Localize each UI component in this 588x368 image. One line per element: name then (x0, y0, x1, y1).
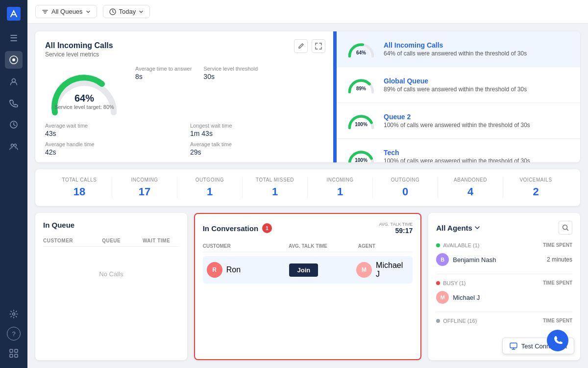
bottom-section: In Queue CUSTOMER QUEUE WAIT TIME No Cal… (35, 213, 580, 360)
topbar: All Queues Today (27, 0, 588, 24)
longest-wait-metric: Longest wait time 1m 43s (190, 123, 323, 137)
sidebar: ☰ ? (0, 0, 27, 368)
stat-item: TOTAL MISSED 1 (243, 177, 308, 198)
monitor-icon (510, 342, 517, 350)
sidebar-item-help[interactable]: ? (7, 327, 21, 341)
busy-dot (436, 281, 440, 285)
sidebar-item-settings[interactable] (5, 305, 23, 323)
queue-selector[interactable]: All Queues (35, 5, 97, 18)
avg-talk-label: Average talk time (190, 141, 323, 147)
svg-text:64%: 64% (356, 50, 366, 55)
mini-gauge-svg: 89% (346, 75, 376, 95)
convo-table-header: CUSTOMER AVG. TALK TIME AGENT (203, 240, 413, 252)
agent-avatar: M (436, 291, 449, 304)
stat-value: 17 (116, 185, 173, 198)
edit-button[interactable] (294, 39, 308, 53)
queue-list-item[interactable]: 89% Global Queue 89% of calls were answe… (337, 67, 580, 103)
stat-item: INCOMING 17 (112, 177, 177, 198)
sidebar-item-calls[interactable] (5, 94, 23, 112)
sidebar-item-dashboard[interactable] (5, 51, 23, 69)
threshold-metric: Service level threshold 30s (203, 66, 260, 80)
in-conversation-card: In Conversation 1 AVG. TALK TIME 59:17 C… (194, 213, 422, 360)
sidebar-item-contacts[interactable] (5, 73, 23, 90)
call-button[interactable] (547, 330, 568, 351)
avg-time-metric: Average time to answer 8s (135, 66, 192, 80)
agent-avatar: B (436, 253, 449, 266)
queue-info: All Incoming Calls 64% of calls were ans… (384, 41, 527, 57)
svg-point-7 (13, 313, 15, 315)
stat-item: ABANDONED 4 (438, 177, 503, 198)
queue-description: 64% of calls were answered within the th… (384, 50, 527, 57)
sidebar-item-apps[interactable] (5, 344, 23, 362)
expand-button[interactable] (312, 39, 325, 53)
stat-label: TOTAL CALLS (51, 177, 108, 183)
stat-item: OUTGOING 0 (373, 177, 438, 198)
queue-description: 100% of calls were answered within the t… (384, 122, 530, 129)
convo-header: In Conversation 1 AVG. TALK TIME 59:17 (203, 222, 413, 235)
avg-talk-metric: Average talk time 29s (190, 141, 323, 156)
agent-avatar: M (356, 262, 372, 278)
queue-name: Queue 2 (384, 113, 530, 121)
stat-label: ABANDONED (442, 177, 499, 183)
stat-label: INCOMING (312, 177, 368, 183)
stat-item: TOTAL CALLS 18 (47, 177, 112, 198)
convo-title: In Conversation 1 (203, 223, 272, 233)
stat-item: VOICEMAILS 2 (503, 177, 568, 198)
queue-description: 100% of calls were answered within the t… (384, 158, 530, 162)
mini-gauge-svg: 100% (346, 147, 376, 162)
available-agents-container: B Benjamin Nash 2 minutes (436, 250, 572, 269)
queue-list-item[interactable]: 64% All Incoming Calls 64% of calls were… (337, 31, 580, 67)
phone-icon (553, 336, 563, 345)
time-selector-label: Today (119, 8, 136, 15)
convo-title-text: In Conversation (203, 224, 258, 233)
available-section: AVAILABLE (1) TIME SPENT B Benjamin Nash… (436, 240, 572, 269)
available-header: AVAILABLE (1) TIME SPENT (436, 240, 572, 250)
gauge-section: 64% Service level target: 80% Average ti… (45, 66, 323, 115)
avg-handle-metric: Average handle time 42s (45, 141, 178, 156)
no-calls-message: No Calls (43, 251, 179, 297)
agent-row: M Michael J (436, 288, 572, 307)
busy-agents-container: M Michael J (436, 288, 572, 307)
main-content: All Queues Today All Incoming Calls Serv… (27, 0, 588, 368)
svg-point-3 (12, 79, 16, 82)
avg-talk-value: 29s (190, 148, 323, 156)
avg-time-value: 8s (135, 73, 192, 80)
agents-title-text: All Agents (436, 224, 472, 232)
agents-card: All Agents AVAILABLE (1) TIME SPENT (428, 213, 580, 360)
sidebar-item-history[interactable] (5, 116, 23, 133)
status-divider-1 (436, 274, 572, 274)
queue-list-item[interactable]: 100% Tech 100% of calls were answered wi… (337, 139, 580, 162)
agent-time: 2 minutes (547, 256, 572, 263)
agent-name: B Benjamin Nash (436, 253, 496, 266)
svg-text:89%: 89% (356, 86, 366, 91)
svg-rect-18 (510, 343, 517, 348)
content-area: All Incoming Calls Service level metrics (27, 24, 588, 368)
avg-wait-label: Average wait time (45, 123, 178, 129)
chevron-down-icon (474, 225, 480, 231)
queue-name: All Incoming Calls (384, 41, 527, 49)
svg-text:100%: 100% (355, 158, 368, 162)
offline-time-header: TIME SPENT (543, 318, 572, 324)
available-dot (436, 243, 440, 247)
convo-col-agent: AGENT (358, 243, 413, 249)
time-selector[interactable]: Today (103, 5, 150, 18)
stat-value: 1 (246, 185, 303, 198)
stat-value: 4 (442, 185, 499, 198)
busy-time-header: TIME SPENT (543, 280, 572, 286)
join-button[interactable]: Join (289, 263, 318, 277)
agents-search-button[interactable] (559, 221, 572, 235)
busy-label: BUSY (1) (436, 280, 466, 286)
stat-item: OUTGOING 1 (177, 177, 243, 198)
sidebar-item-team[interactable] (5, 137, 23, 155)
stat-label: INCOMING (116, 177, 173, 183)
avg-time-label: Average time to answer (135, 66, 192, 72)
longest-wait-value: 1m 43s (190, 130, 323, 137)
avg-talk-header: AVG. TALK TIME (379, 222, 413, 227)
svg-rect-9 (15, 349, 18, 352)
svg-rect-8 (10, 349, 13, 352)
offline-label: OFFLINE (16) (436, 318, 477, 324)
agent-row: B Benjamin Nash 2 minutes (436, 250, 572, 269)
stat-value: 18 (51, 185, 108, 198)
queue-list-item[interactable]: 100% Queue 2 100% of calls were answered… (337, 103, 580, 139)
sidebar-item-menu[interactable]: ☰ (5, 29, 23, 47)
